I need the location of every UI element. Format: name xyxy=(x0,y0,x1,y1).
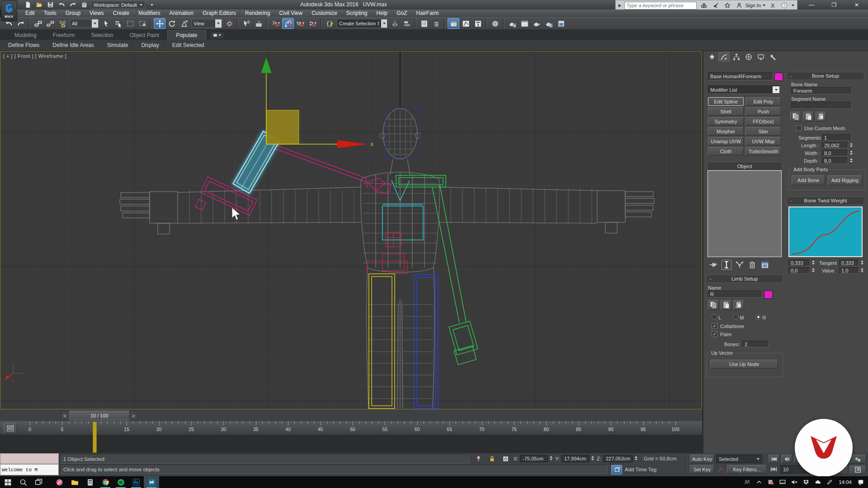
paste-special-icon[interactable] xyxy=(816,112,826,122)
modifier-button-skin[interactable]: Skin xyxy=(745,127,781,136)
use-pivot-point-center-icon[interactable] xyxy=(223,18,235,29)
copy-icon[interactable] xyxy=(708,300,719,310)
autodesk-a360-icon[interactable] xyxy=(555,18,567,29)
modifier-button-cloth[interactable]: Cloth xyxy=(708,147,744,155)
configure-modifier-sets-icon[interactable] xyxy=(760,260,769,269)
sign-in-button[interactable]: Sign In xyxy=(735,1,765,9)
x-spinner[interactable] xyxy=(548,455,553,462)
next-frame-arrow[interactable]: > xyxy=(129,411,138,420)
render-in-cloud-icon[interactable] xyxy=(543,18,555,29)
schematic-view-icon[interactable] xyxy=(472,18,484,29)
rendered-frame-window-icon[interactable] xyxy=(519,18,530,29)
modifier-stack-list[interactable] xyxy=(708,170,782,257)
display-tray-icon[interactable] xyxy=(777,477,788,488)
maxscript-macro-recorder[interactable] xyxy=(0,453,59,464)
menu-help[interactable]: Help xyxy=(372,9,392,17)
project-folder-icon[interactable] xyxy=(79,1,89,9)
curve-editor-icon[interactable] xyxy=(460,18,472,29)
twist-weight-graph[interactable] xyxy=(788,206,863,257)
onedrive-icon[interactable] xyxy=(812,477,823,488)
menu-create[interactable]: Create xyxy=(108,9,134,17)
percent-snap-icon[interactable]: % xyxy=(294,18,306,29)
bone-setup-rollout-header[interactable]: -Bone Setup xyxy=(787,72,864,80)
select-and-move-icon[interactable] xyxy=(154,18,165,29)
previous-frame-arrow[interactable]: < xyxy=(61,411,69,420)
render-production-icon[interactable] xyxy=(531,18,542,29)
select-object-icon[interactable] xyxy=(100,18,112,29)
menu-civil-view[interactable]: Civil View xyxy=(274,9,307,17)
ribbon-tool-define-idle-areas[interactable]: Define Idle Areas xyxy=(46,40,100,51)
unlink-selection-icon[interactable] xyxy=(44,18,56,29)
modifier-button-edit-spline[interactable]: Edit Spline xyxy=(708,97,744,106)
menu-graph-editors[interactable]: Graph Editors xyxy=(198,9,241,17)
viewport-front[interactable]: [ + ] [ Front ] [ Wireframe ] xyxy=(0,51,702,409)
bone-name-field[interactable]: Forearm xyxy=(791,87,852,94)
search-task-button[interactable] xyxy=(15,476,31,488)
key-selection-dropdown[interactable]: Selected xyxy=(716,455,762,463)
time-slider[interactable]: < 10 / 100 > xyxy=(0,409,702,422)
length-spinner[interactable] xyxy=(849,141,854,149)
modifier-button-edit-poly[interactable]: Edit Poly xyxy=(745,97,781,106)
select-and-scale-icon[interactable] xyxy=(178,18,190,29)
application-menu-button[interactable]: MAX xyxy=(1,0,17,21)
ribbon-tab-selection[interactable]: Selection xyxy=(83,31,121,40)
start-button[interactable] xyxy=(0,476,15,488)
modifier-button-symmetry[interactable]: Symmetry xyxy=(708,117,744,126)
tangent-in-spinner[interactable] xyxy=(811,259,816,266)
task-view-button[interactable] xyxy=(31,476,46,488)
menu-rendering[interactable]: Rendering xyxy=(241,9,274,17)
maximize-viewport-button[interactable] xyxy=(849,465,867,474)
default-tangent-icon[interactable] xyxy=(716,465,725,474)
limb-setup-rollout-header[interactable]: -Limb Setup xyxy=(706,275,783,283)
pin-stack-icon[interactable] xyxy=(709,260,718,269)
length-field[interactable]: 29,062 xyxy=(822,142,848,149)
panel-tab-hierarchy[interactable] xyxy=(731,52,742,62)
select-link-icon[interactable] xyxy=(32,18,44,29)
copy-icon[interactable] xyxy=(790,112,801,122)
volume-muted-icon[interactable] xyxy=(789,477,800,488)
ribbon-tool-edit-selected[interactable]: Edit Selected xyxy=(166,40,211,51)
show-end-result-icon[interactable] xyxy=(722,260,731,270)
select-and-manipulate-icon[interactable] xyxy=(241,18,252,29)
modifier-button-unwrap-uvw[interactable]: Unwrap UVW xyxy=(708,137,744,145)
time-slider-handle[interactable]: 10 / 100 xyxy=(69,411,130,420)
track-bar[interactable] xyxy=(0,435,702,454)
notification-icon[interactable] xyxy=(855,477,866,488)
panel-tab-motion[interactable] xyxy=(743,52,754,62)
keyboard-shortcut-override-icon[interactable] xyxy=(253,18,264,29)
search-icon[interactable] xyxy=(699,1,708,9)
ribbon-tab-object-paint[interactable]: Object Paint xyxy=(122,31,167,40)
menu-hairfarm[interactable]: HairFarm xyxy=(412,9,443,17)
playhead[interactable] xyxy=(93,422,97,453)
value-in-field[interactable]: 0,0 xyxy=(788,267,810,274)
limb-color-swatch[interactable] xyxy=(764,291,773,299)
chevron-up-icon[interactable] xyxy=(754,477,764,488)
y-spinner[interactable] xyxy=(590,455,595,462)
menu-animation[interactable]: Animation xyxy=(165,9,198,17)
scene-explorer-icon[interactable] xyxy=(418,18,430,29)
modifier-button-shell[interactable]: Shell xyxy=(708,107,744,116)
modifier-button-morpher[interactable]: Morpher xyxy=(708,127,744,136)
dropbox-icon[interactable] xyxy=(801,477,811,488)
angle-snap-icon[interactable] xyxy=(282,18,294,29)
previous-frame-button[interactable] xyxy=(781,455,792,463)
expand-arrow-icon[interactable]: ▶ xyxy=(618,3,622,8)
manage-layers-icon[interactable] xyxy=(430,18,442,29)
add-rigging-button[interactable]: Add Rigging xyxy=(828,175,862,185)
save-file-icon[interactable] xyxy=(45,1,55,9)
radio-l[interactable]: L xyxy=(712,314,721,320)
paste-icon[interactable] xyxy=(721,300,731,310)
taskbar-app-photoshop[interactable]: Ps xyxy=(128,476,144,488)
menu-scripting[interactable]: Scripting xyxy=(342,9,372,17)
app-alert-icon[interactable] xyxy=(765,477,776,488)
taskbar-app-3dsmax[interactable] xyxy=(144,476,159,488)
bind-to-space-warp-icon[interactable] xyxy=(57,18,68,29)
modifier-list-dropdown[interactable]: Modifier List xyxy=(708,85,780,94)
edit-named-selection-sets-icon[interactable]: {} xyxy=(324,18,335,29)
maxscript-mini-listener[interactable]: Welcome to M xyxy=(0,464,59,475)
menu-edit[interactable]: Edit xyxy=(21,9,39,17)
panel-tab-display[interactable] xyxy=(755,52,766,62)
material-editor-icon[interactable] xyxy=(489,18,501,29)
taskbar-app-calculator[interactable] xyxy=(82,476,98,488)
ribbon-display-options[interactable] xyxy=(211,32,224,38)
